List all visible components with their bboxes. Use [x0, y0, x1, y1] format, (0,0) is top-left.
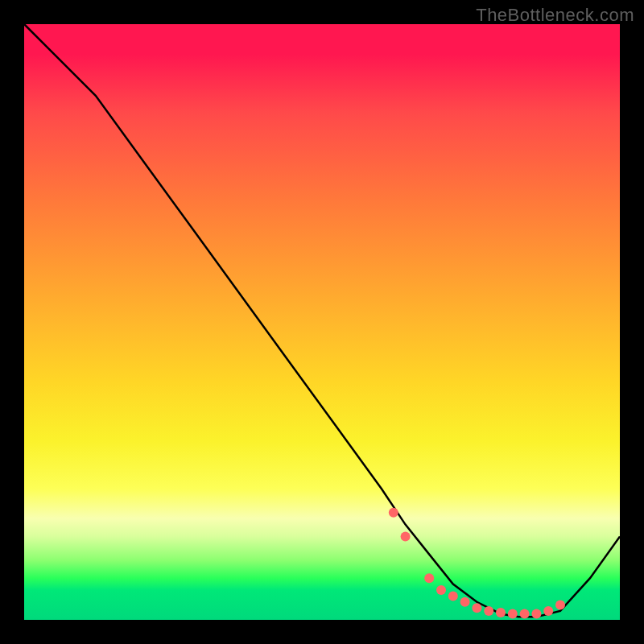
chart-gradient-background [24, 24, 620, 620]
watermark-text: TheBottleneck.com [476, 5, 634, 26]
